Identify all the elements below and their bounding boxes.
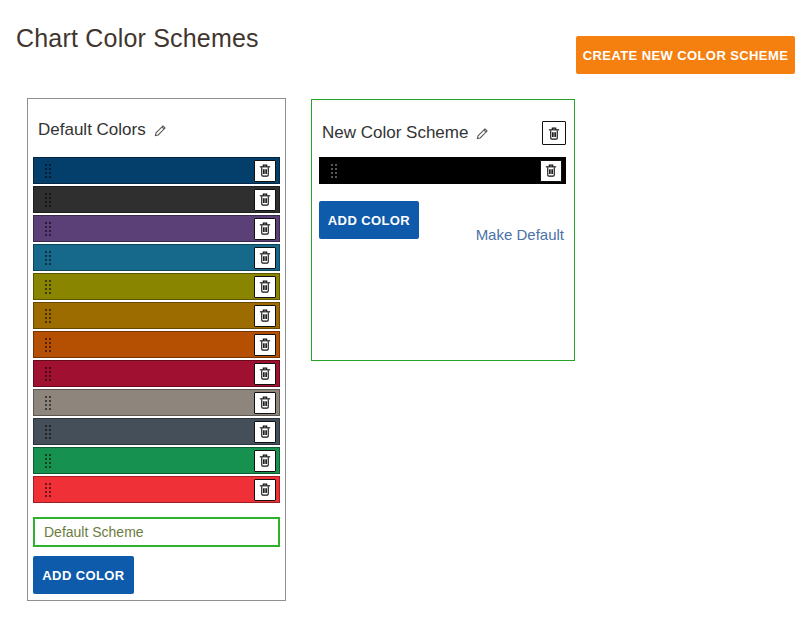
new-color-list <box>312 145 574 184</box>
color-bar[interactable] <box>33 186 280 213</box>
delete-color-button[interactable] <box>254 334 276 356</box>
delete-color-button[interactable] <box>254 189 276 211</box>
trash-icon <box>259 483 271 496</box>
drag-handle-icon[interactable] <box>330 163 338 179</box>
chart-color-schemes-page: Chart Color Schemes CREATE NEW COLOR SCH… <box>0 0 801 619</box>
add-color-button[interactable]: ADD COLOR <box>319 201 419 239</box>
pencil-icon <box>154 124 167 137</box>
drag-handle-icon[interactable] <box>44 424 52 440</box>
delete-color-button[interactable] <box>540 160 562 182</box>
new-scheme-header: New Color Scheme <box>312 100 574 145</box>
delete-color-button[interactable] <box>254 247 276 269</box>
delete-color-button[interactable] <box>254 276 276 298</box>
trash-icon <box>259 280 271 293</box>
color-bar[interactable] <box>33 157 280 184</box>
color-bar[interactable] <box>33 215 280 242</box>
delete-color-button[interactable] <box>254 363 276 385</box>
delete-color-button[interactable] <box>254 421 276 443</box>
new-scheme-title: New Color Scheme <box>322 123 468 143</box>
default-scheme-panel: Default Colors <box>27 98 286 601</box>
trash-icon <box>259 222 271 235</box>
trash-icon <box>259 251 271 264</box>
default-color-list <box>28 140 285 503</box>
create-new-color-scheme-button[interactable]: CREATE NEW COLOR SCHEME <box>576 36 795 74</box>
color-bar[interactable] <box>33 476 280 503</box>
delete-scheme-button[interactable] <box>542 121 566 145</box>
scheme-name-input[interactable] <box>33 517 280 547</box>
delete-color-button[interactable] <box>254 305 276 327</box>
drag-handle-icon[interactable] <box>44 192 52 208</box>
trash-icon <box>259 454 271 467</box>
edit-scheme-name-icon[interactable] <box>476 127 489 140</box>
default-scheme-title: Default Colors <box>38 120 146 140</box>
trash-icon <box>545 164 557 177</box>
drag-handle-icon[interactable] <box>44 250 52 266</box>
drag-handle-icon[interactable] <box>44 337 52 353</box>
color-bar[interactable] <box>33 331 280 358</box>
default-scheme-header: Default Colors <box>28 99 285 140</box>
delete-color-button[interactable] <box>254 160 276 182</box>
trash-icon <box>259 396 271 409</box>
trash-icon <box>259 425 271 438</box>
drag-handle-icon[interactable] <box>44 453 52 469</box>
drag-handle-icon[interactable] <box>44 279 52 295</box>
page-title: Chart Color Schemes <box>16 24 259 53</box>
delete-color-button[interactable] <box>254 450 276 472</box>
drag-handle-icon[interactable] <box>44 308 52 324</box>
pencil-icon <box>476 127 489 140</box>
edit-scheme-name-icon[interactable] <box>154 124 167 137</box>
trash-icon <box>259 367 271 380</box>
new-scheme-panel: New Color Scheme ADD <box>311 99 575 361</box>
color-bar[interactable] <box>33 244 280 271</box>
color-bar[interactable] <box>33 273 280 300</box>
color-bar[interactable] <box>319 157 566 184</box>
new-scheme-actions: ADD COLOR Make Default <box>312 201 574 239</box>
delete-color-button[interactable] <box>254 392 276 414</box>
delete-color-button[interactable] <box>254 479 276 501</box>
color-bar[interactable] <box>33 389 280 416</box>
drag-handle-icon[interactable] <box>44 482 52 498</box>
trash-icon <box>548 127 560 140</box>
drag-handle-icon[interactable] <box>44 163 52 179</box>
drag-handle-icon[interactable] <box>44 366 52 382</box>
delete-color-button[interactable] <box>254 218 276 240</box>
color-bar[interactable] <box>33 302 280 329</box>
color-bar[interactable] <box>33 360 280 387</box>
make-default-link[interactable]: Make Default <box>476 226 564 243</box>
trash-icon <box>259 193 271 206</box>
color-bar[interactable] <box>33 447 280 474</box>
trash-icon <box>259 309 271 322</box>
color-bar[interactable] <box>33 418 280 445</box>
trash-icon <box>259 164 271 177</box>
drag-handle-icon[interactable] <box>44 221 52 237</box>
trash-icon <box>259 338 271 351</box>
add-color-button[interactable]: ADD COLOR <box>33 556 134 594</box>
drag-handle-icon[interactable] <box>44 395 52 411</box>
